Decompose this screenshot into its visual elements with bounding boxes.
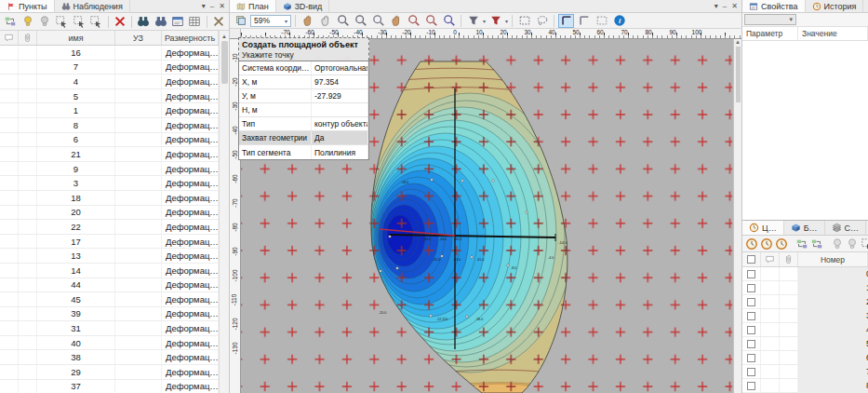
tab-layers-list[interactable]: С…	[825, 221, 867, 235]
select-add-icon[interactable]	[54, 15, 69, 29]
table-row[interactable]: 44 Деформац…	[0, 278, 219, 293]
popup-field-row[interactable]: Тип контур объекта	[239, 117, 368, 131]
popup-field-value[interactable]: контур объекта	[312, 117, 368, 130]
popup-field-value[interactable]	[312, 103, 368, 116]
bulb-off-icon[interactable]	[37, 15, 52, 29]
table-row[interactable]: 5 Деформац…	[0, 89, 219, 104]
clock-delete-icon[interactable]	[775, 237, 788, 251]
zoom-out-icon[interactable]	[335, 14, 351, 28]
cycle-row[interactable]: 7	[742, 365, 868, 379]
scroll-thumb[interactable]	[221, 41, 228, 84]
table-row[interactable]: 31 Деформац…	[0, 321, 219, 336]
points-table-scrollbar[interactable]: ▲	[219, 31, 229, 393]
menu-arrow-button[interactable]: ▾	[714, 2, 718, 10]
tab-history[interactable]: История	[806, 0, 864, 12]
select-add-icon[interactable]	[861, 237, 868, 251]
scroll-thumb[interactable]	[736, 47, 741, 102]
table-row[interactable]: 14 Деформац…	[0, 264, 219, 278]
zoom-all-icon[interactable]	[441, 14, 457, 28]
tab-cycles[interactable]: Ц…	[742, 221, 784, 235]
chevron-down-icon[interactable]: ▾	[483, 18, 486, 24]
cycle-row[interactable]: 8	[742, 379, 868, 393]
zoom-previous-icon[interactable]	[423, 14, 439, 28]
close-button[interactable]: ✕	[219, 2, 225, 10]
row-checkbox[interactable]	[742, 365, 761, 378]
popup-field-row[interactable]: Тип сегмента Полилиния	[239, 145, 368, 159]
zoom-level-combo[interactable]: 59% ▾	[250, 15, 291, 27]
row-checkbox[interactable]	[742, 337, 761, 350]
filter-active-icon[interactable]	[487, 14, 503, 28]
properties-filter-combo[interactable]: ▾	[744, 14, 796, 25]
angle-mode-icon[interactable]	[576, 14, 592, 28]
table-row[interactable]: 18 Деформац…	[0, 191, 219, 206]
popup-field-row[interactable]: X, м 97.354	[239, 75, 368, 89]
table-row[interactable]: 39 Деформац…	[0, 307, 219, 322]
table-row[interactable]: 13 Деформац…	[0, 249, 219, 264]
transfer-icon[interactable]	[795, 237, 808, 251]
clock-add-icon[interactable]	[745, 237, 758, 251]
cycle-row[interactable]: 2	[742, 295, 868, 309]
tab-blocks[interactable]: Б…	[784, 221, 825, 235]
tab-observations[interactable]: Наблюдения	[55, 0, 130, 12]
column-header-value[interactable]: Значение	[798, 27, 868, 40]
table-row[interactable]: 4 Деформац…	[0, 75, 219, 89]
popup-field-value[interactable]: -27.929	[312, 89, 368, 102]
popup-field-row[interactable]: Н, м	[239, 103, 368, 117]
layers-icon[interactable]	[233, 14, 248, 28]
delete-icon[interactable]	[113, 15, 127, 29]
scroll-up-icon[interactable]: ▲	[735, 39, 741, 45]
row-checkbox[interactable]	[742, 281, 761, 294]
clock-edit-icon[interactable]	[760, 237, 773, 251]
table-row[interactable]: 40 Деформац…	[0, 336, 219, 351]
table-row[interactable]: 7 Деформац…	[0, 61, 219, 75]
cycle-row[interactable]: 6	[742, 351, 868, 365]
pan-hand-icon[interactable]	[300, 14, 315, 28]
cycle-row[interactable]: 4	[742, 323, 868, 337]
popup-field-row[interactable]: Система коорди… Ортогональная	[239, 61, 368, 75]
comment-icon[interactable]	[761, 252, 780, 266]
row-checkbox[interactable]	[742, 267, 761, 280]
table-row[interactable]: 45 Деформац…	[0, 292, 219, 307]
column-header-number[interactable]: Номер	[798, 252, 868, 266]
table-row[interactable]: 29 Деформац…	[0, 365, 219, 380]
bulb-on-icon[interactable]	[831, 237, 844, 251]
zoom-pan-icon[interactable]	[388, 14, 404, 28]
column-header-name[interactable]: имя	[37, 31, 115, 45]
table-row[interactable]: 37 Деформац…	[0, 380, 219, 393]
select-remove-icon[interactable]	[72, 15, 87, 29]
row-checkbox[interactable]	[742, 351, 761, 364]
binoculars-search-icon[interactable]	[153, 15, 167, 29]
filter-icon[interactable]	[465, 14, 481, 28]
binoculars-icon[interactable]	[136, 15, 151, 29]
table-row[interactable]: 9 Деформац…	[0, 162, 219, 177]
tab-plan[interactable]: План	[230, 0, 276, 12]
table-icon[interactable]	[187, 15, 202, 29]
menu-arrow-button[interactable]: ▾	[202, 2, 206, 10]
table-row[interactable]: 38 Деформац…	[0, 350, 219, 365]
bulb-on-icon[interactable]	[20, 15, 34, 29]
paperclip-icon[interactable]	[780, 252, 798, 266]
row-checkbox[interactable]	[742, 323, 761, 336]
cycle-row[interactable]: 5	[742, 337, 868, 351]
close-button[interactable]: ✕	[731, 2, 738, 10]
bulb-off-icon[interactable]	[846, 237, 859, 251]
tab-properties[interactable]: Свойства	[742, 0, 806, 12]
cycle-row[interactable]: 0	[742, 267, 868, 281]
frame-icon[interactable]	[594, 14, 609, 28]
scroll-up-icon[interactable]: ▲	[221, 31, 227, 41]
select-cursor-icon[interactable]	[88, 15, 103, 29]
popup-field-row[interactable]: У, м -27.929	[239, 89, 368, 103]
tools-icon[interactable]	[211, 15, 226, 29]
column-header-parameter[interactable]: Параметр	[742, 27, 798, 40]
column-header-dimension[interactable]: Размерность	[162, 31, 219, 45]
pan-hand-alt-icon[interactable]	[317, 14, 333, 28]
ortho-mode-icon[interactable]	[558, 14, 574, 28]
table-row[interactable]: 1 Деформац…	[0, 103, 219, 118]
popup-field-value[interactable]: 97.354	[312, 75, 368, 88]
form-icon[interactable]	[170, 15, 185, 29]
table-row[interactable]: 3 Деформац…	[0, 176, 219, 191]
row-checkbox[interactable]	[742, 309, 761, 322]
table-row[interactable]: 20 Деформац…	[0, 206, 219, 221]
zoom-selected-icon[interactable]	[406, 14, 421, 28]
transfer-alt-icon[interactable]	[810, 237, 823, 251]
